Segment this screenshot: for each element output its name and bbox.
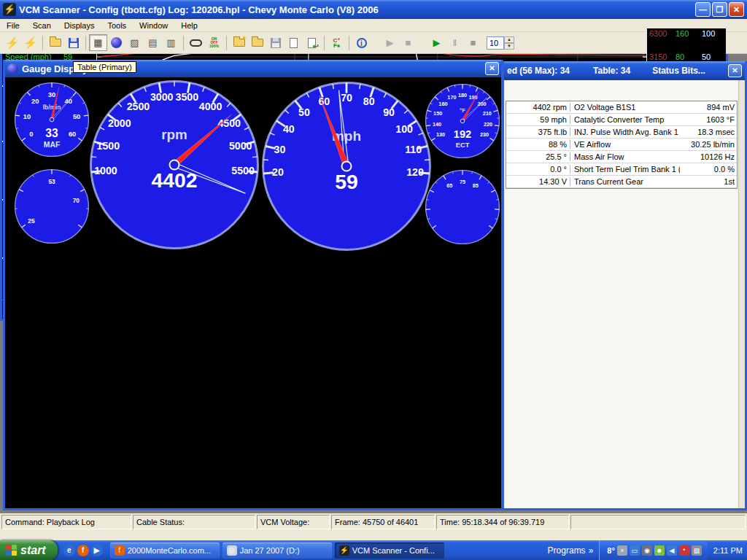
status-bar: Command: Playback LogCable Status:VCM Vo… — [0, 513, 747, 540]
vehicle-io-icon[interactable] — [187, 34, 205, 51]
menu-window[interactable]: Window — [133, 20, 174, 31]
task-label: 2000MonteCarlo.com... — [128, 546, 211, 555]
units-toggle-icon[interactable]: C⁺F⁎ — [328, 34, 346, 51]
svg-text:2500: 2500 — [127, 101, 150, 112]
task-cd-drive[interactable]: ◎Jan 27 2007 (D:) — [222, 542, 332, 559]
firefox-icon[interactable]: f — [77, 545, 89, 556]
svg-text:70: 70 — [73, 197, 80, 204]
security-icon[interactable]: * — [679, 545, 689, 556]
spinner-down-arrow[interactable]: ▼ — [504, 43, 514, 50]
svg-text:10: 10 — [23, 113, 31, 120]
table-display-icon[interactable]: ▦ — [89, 34, 107, 51]
axis-tick: 160 — [673, 29, 700, 38]
programs-label: Programs — [548, 545, 586, 556]
ie-icon[interactable]: e — [63, 545, 75, 556]
log-notes-icon[interactable] — [285, 34, 303, 51]
menu-tools[interactable]: Tools — [101, 20, 133, 31]
toolbar-separator — [226, 36, 227, 50]
write-vehicle-icon[interactable]: ⚡ — [21, 34, 39, 51]
svg-text:ECT: ECT — [456, 141, 470, 149]
signal-icon[interactable]: ▨ — [692, 545, 702, 556]
temperature-indicator[interactable]: 8° — [607, 546, 615, 555]
gauge-display-window: Gauge Display ✕ 0102030405060lb/min33MAF… — [3, 60, 503, 510]
svg-text:30: 30 — [274, 144, 286, 155]
programs-toolbar[interactable]: Programs » — [542, 545, 600, 556]
svg-text:70: 70 — [341, 92, 352, 104]
task-cd-drive-icon: ◎ — [227, 545, 237, 556]
playback-speed-spinner[interactable]: 10▲▼ — [487, 34, 514, 51]
menu-file[interactable]: File — [0, 20, 26, 31]
svg-text:50: 50 — [73, 113, 80, 120]
playback-pause-icon[interactable]: ‖ — [446, 34, 464, 51]
media-player-icon[interactable]: ▶ — [91, 545, 103, 556]
task-browser[interactable]: f2000MonteCarlo.com... — [110, 542, 220, 559]
playback-play-icon[interactable]: ▶ — [427, 34, 446, 51]
taskbar-clock: 2:11 PM — [708, 546, 747, 555]
save-log-icon[interactable] — [266, 34, 285, 51]
list-display-icon[interactable]: ▥ — [162, 34, 180, 51]
grid-display-icon[interactable]: ▤ — [144, 34, 162, 51]
gauge-close-button[interactable]: ✕ — [485, 62, 499, 75]
maximize-button[interactable]: ❐ — [712, 2, 727, 17]
scan-play-disabled-icon[interactable]: ▶ — [381, 34, 399, 51]
tables-title-left: ed (56 Max): 34 — [507, 66, 570, 76]
parameter-name-cell: Mass Air Flow — [570, 152, 680, 161]
network-icon[interactable]: ▭ — [630, 545, 640, 556]
status-panel — [570, 515, 746, 529]
parameter-value-cell: 1603 °F — [680, 115, 737, 124]
parameter-name-cell: Catalytic Converter Temp — [570, 115, 680, 124]
gauge-value-cell: 4402 rpm — [506, 103, 570, 112]
svg-text:60: 60 — [69, 131, 76, 138]
svg-text:lb/min: lb/min — [43, 104, 61, 111]
menu-scan[interactable]: Scan — [26, 20, 58, 31]
svg-text:4402: 4402 — [152, 168, 198, 192]
tables-body: 4402 rpmO2 Voltage B1S1894 mV59 mphCatal… — [504, 80, 745, 508]
volume-icon[interactable]: ◀ — [667, 545, 677, 556]
axis-tick: 80 — [673, 52, 700, 61]
tables-scrollbar[interactable] — [738, 80, 745, 508]
start-button[interactable]: start — [0, 540, 58, 560]
task-label: Jan 27 2007 (D:) — [240, 546, 300, 555]
table-row: 59 mphCatalytic Converter Temp1603 °F — [506, 114, 737, 126]
minimize-button[interactable]: — — [695, 2, 711, 17]
switch-display-icon[interactable]: ONOFF100% — [205, 34, 223, 51]
menu-help[interactable]: Help — [174, 20, 204, 31]
svg-text:150: 150 — [433, 110, 442, 117]
read-vehicle-icon[interactable]: ⚡ — [3, 34, 21, 51]
spinner-up-arrow[interactable]: ▲ — [504, 36, 514, 43]
svg-text:59: 59 — [335, 170, 358, 193]
chart-display-icon[interactable]: ▨ — [125, 34, 144, 51]
open-log-icon[interactable] — [248, 34, 266, 51]
tables-close-button[interactable]: ✕ — [728, 64, 742, 77]
svg-text:220: 220 — [484, 121, 492, 128]
close-button[interactable]: ✕ — [729, 2, 744, 17]
export-log-icon[interactable] — [303, 34, 321, 51]
messenger-icon[interactable]: ☻ — [654, 545, 665, 556]
save-file-icon[interactable] — [64, 34, 82, 51]
rpm-gauge: 1000150020002500300035004000450050005500… — [88, 79, 260, 251]
open-file-icon[interactable] — [46, 34, 64, 51]
new-log-icon[interactable] — [230, 34, 248, 51]
menu-bar: FileScanDisplaysToolsWindowHelp — [0, 19, 747, 32]
parameters-table: 4402 rpmO2 Voltage B1S1894 mV59 mphCatal… — [506, 101, 738, 189]
info-icon[interactable]: i — [352, 34, 371, 51]
status-panel: Time: 95:18.344 of 96:39.719 — [436, 515, 569, 529]
svg-text:1500: 1500 — [97, 140, 120, 152]
svg-text:20: 20 — [31, 98, 39, 105]
network-error-icon[interactable]: × — [617, 545, 627, 556]
scan-stop-disabled-icon[interactable]: ■ — [399, 34, 417, 51]
audio-device-icon[interactable]: ◉ — [642, 545, 652, 556]
svg-text:140: 140 — [433, 121, 441, 128]
app-lightning-icon: ⚡ — [3, 3, 16, 16]
svg-text:65: 65 — [446, 182, 452, 189]
tables-window-titlebar[interactable]: ed (56 Max): 34 Table: 34 Status Bits...… — [504, 61, 745, 80]
playback-stop-icon[interactable]: ■ — [464, 34, 482, 51]
svg-text:80: 80 — [363, 96, 375, 107]
menu-displays[interactable]: Displays — [58, 20, 101, 31]
parameter-value-cell: 10126 Hz — [680, 152, 737, 161]
gauge-display-icon[interactable] — [107, 34, 125, 51]
task-vcm-scanner[interactable]: ⚡VCM Scanner - Confi... — [335, 542, 444, 559]
gauge-value-cell: 25.5 ° — [506, 152, 570, 161]
playback-speed-value[interactable]: 10 — [487, 36, 504, 50]
parameter-value-cell: 18.3 msec — [680, 128, 737, 136]
